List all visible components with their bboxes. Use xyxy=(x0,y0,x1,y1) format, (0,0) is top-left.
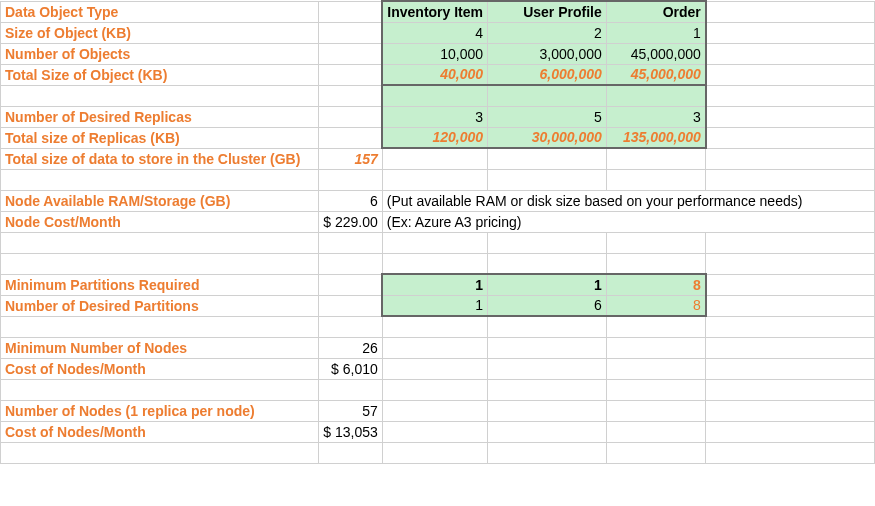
val-numobj-c1[interactable]: 10,000 xyxy=(382,43,487,64)
row-size-of-object: Size of Object (KB) 4 2 1 xyxy=(1,22,875,43)
row-min-partitions: Minimum Partitions Required 1 1 8 xyxy=(1,274,875,295)
val-despart-c1[interactable]: 1 xyxy=(382,295,487,316)
header-user-profile: User Profile xyxy=(488,1,607,22)
val-numobj-c3[interactable]: 45,000,000 xyxy=(606,43,706,64)
label-node-cost: Node Cost/Month xyxy=(1,211,319,232)
cell-blank xyxy=(319,274,383,295)
val-cost-nodes-one-replica: $ 13,053 xyxy=(319,421,383,442)
row-blank xyxy=(1,379,875,400)
row-blank xyxy=(1,169,875,190)
header-order: Order xyxy=(606,1,706,22)
val-cost-min-nodes: $ 6,010 xyxy=(319,358,383,379)
row-cost-nodes-one-replica: Cost of Nodes/Month $ 13,053 xyxy=(1,421,875,442)
cell-blank xyxy=(706,22,875,43)
label-desired-replicas: Number of Desired Replicas xyxy=(1,106,319,127)
cell-blank xyxy=(319,64,383,85)
val-size-c3[interactable]: 1 xyxy=(606,22,706,43)
row-blank xyxy=(1,232,875,253)
row-number-of-objects: Number of Objects 10,000 3,000,000 45,00… xyxy=(1,43,875,64)
val-repl-c3[interactable]: 3 xyxy=(606,106,706,127)
row-blank xyxy=(1,253,875,274)
label-total-cluster: Total size of data to store in the Clust… xyxy=(1,148,319,169)
cell-blank xyxy=(319,295,383,316)
val-size-c2[interactable]: 2 xyxy=(488,22,607,43)
label-min-partitions: Minimum Partitions Required xyxy=(1,274,319,295)
val-numobj-c2[interactable]: 3,000,000 xyxy=(488,43,607,64)
cell-blank xyxy=(319,22,383,43)
cell-blank xyxy=(706,106,875,127)
row-blank xyxy=(1,316,875,337)
val-minpart-c2: 1 xyxy=(488,274,607,295)
label-desired-partitions: Number of Desired Partitions xyxy=(1,295,319,316)
row-cost-min-nodes: Cost of Nodes/Month $ 6,010 xyxy=(1,358,875,379)
val-nodes-one-replica: 57 xyxy=(319,400,383,421)
val-minpart-c3: 8 xyxy=(606,274,706,295)
val-minpart-c1: 1 xyxy=(382,274,487,295)
cell-blank xyxy=(706,127,875,148)
val-node-cost[interactable]: $ 229.00 xyxy=(319,211,383,232)
row-blank xyxy=(1,442,875,463)
cell-blank xyxy=(706,64,875,85)
cell-blank xyxy=(706,1,875,22)
label-cost-min-nodes: Cost of Nodes/Month xyxy=(1,358,319,379)
row-headers: Data Object Type Inventory Item User Pro… xyxy=(1,1,875,22)
val-totsize-c2: 6,000,000 xyxy=(488,64,607,85)
label-size-of-object: Size of Object (KB) xyxy=(1,22,319,43)
cell-blank xyxy=(706,274,875,295)
cell-blank xyxy=(319,1,383,22)
row-nodes-one-replica: Number of Nodes (1 replica per node) 57 xyxy=(1,400,875,421)
val-totrepl-c1: 120,000 xyxy=(382,127,487,148)
cell-blank xyxy=(319,127,383,148)
cell-blank xyxy=(706,295,875,316)
row-total-cluster: Total size of data to store in the Clust… xyxy=(1,148,875,169)
val-totrepl-c2: 30,000,000 xyxy=(488,127,607,148)
row-min-nodes: Minimum Number of Nodes 26 xyxy=(1,337,875,358)
val-totrepl-c3: 135,000,000 xyxy=(606,127,706,148)
note-cost: (Ex: Azure A3 pricing) xyxy=(382,211,874,232)
val-totsize-c3: 45,000,000 xyxy=(606,64,706,85)
val-size-c1[interactable]: 4 xyxy=(382,22,487,43)
row-node-ram: Node Available RAM/Storage (GB) 6 (Put a… xyxy=(1,190,875,211)
row-total-size-replicas: Total size of Replicas (KB) 120,000 30,0… xyxy=(1,127,875,148)
note-ram: (Put available RAM or disk size based on… xyxy=(382,190,874,211)
label-number-of-objects: Number of Objects xyxy=(1,43,319,64)
val-despart-c3[interactable]: 8 xyxy=(606,295,706,316)
header-inventory-item: Inventory Item xyxy=(382,1,487,22)
val-min-nodes: 26 xyxy=(319,337,383,358)
val-total-cluster: 157 xyxy=(319,148,383,169)
val-despart-c2[interactable]: 6 xyxy=(488,295,607,316)
label-nodes-one-replica: Number of Nodes (1 replica per node) xyxy=(1,400,319,421)
row-total-size-of-object: Total Size of Object (KB) 40,000 6,000,0… xyxy=(1,64,875,85)
row-blank xyxy=(1,85,875,106)
label-total-size-replicas: Total size of Replicas (KB) xyxy=(1,127,319,148)
cell-blank xyxy=(319,106,383,127)
row-desired-partitions: Number of Desired Partitions 1 6 8 xyxy=(1,295,875,316)
label-min-nodes: Minimum Number of Nodes xyxy=(1,337,319,358)
cell-blank xyxy=(706,43,875,64)
val-totsize-c1: 40,000 xyxy=(382,64,487,85)
val-repl-c1[interactable]: 3 xyxy=(382,106,487,127)
label-node-ram: Node Available RAM/Storage (GB) xyxy=(1,190,319,211)
sizing-worksheet: Data Object Type Inventory Item User Pro… xyxy=(0,0,875,464)
val-node-ram[interactable]: 6 xyxy=(319,190,383,211)
row-node-cost: Node Cost/Month $ 229.00 (Ex: Azure A3 p… xyxy=(1,211,875,232)
val-repl-c2[interactable]: 5 xyxy=(488,106,607,127)
row-desired-replicas: Number of Desired Replicas 3 5 3 xyxy=(1,106,875,127)
label-cost-nodes-one-replica: Cost of Nodes/Month xyxy=(1,421,319,442)
label-total-size-of-object: Total Size of Object (KB) xyxy=(1,64,319,85)
cell-blank xyxy=(319,43,383,64)
label-data-object-type: Data Object Type xyxy=(1,1,319,22)
